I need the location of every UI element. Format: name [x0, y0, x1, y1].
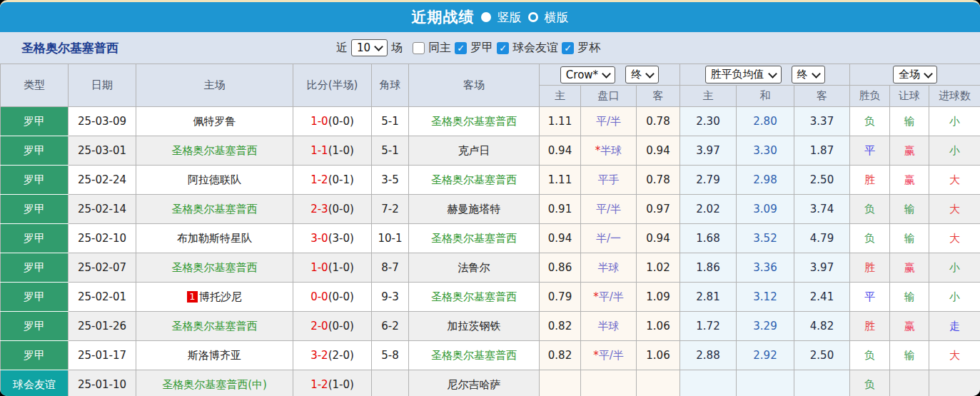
check-icon: ✓ [457, 43, 465, 54]
cell-handicap-odds-home: 0.82 [540, 341, 581, 370]
league-label-luobei: 罗杯 [577, 41, 600, 56]
results-table: 类型 日期 主场 比分(半场) 角球 客场 Crow* 终 胜平负均值 终 [0, 64, 980, 396]
fulltime-score: 2-0 [310, 320, 328, 332]
cell-home-team: 圣格奥尔基塞普西 [136, 312, 293, 341]
odds-stage-select-1[interactable]: 终 [625, 66, 659, 83]
match-type-badge: 罗甲 [1, 136, 69, 166]
cell-avg-win: 2.02 [680, 195, 737, 224]
cell-handicap-odds-home: 1.11 [540, 107, 581, 136]
cell-handicap-result [890, 370, 929, 396]
handicap-text: 平/半 [596, 115, 621, 128]
handicap-text: 平/半 [599, 290, 624, 303]
layout-horizontal-radio[interactable] [528, 12, 538, 22]
cell-away-team: 圣格奥尔基塞普西 [409, 166, 540, 195]
cell-avg-lose: 4.82 [794, 312, 850, 341]
match-type-badge: 罗甲 [1, 253, 69, 283]
cell-home-team: 1博托沙尼 [136, 283, 293, 312]
fullmatch-select[interactable]: 全场 [893, 66, 937, 83]
cell-away-team: 圣格奥尔基塞普西 [409, 224, 540, 253]
table-row: 罗甲 25-02-07 圣格奥尔基塞普西 1-0(1-0) 8-7 法鲁尔 0.… [1, 253, 980, 283]
layout-vertical-radio[interactable] [481, 12, 491, 22]
cell-score: 2-0(0-0) [293, 312, 372, 341]
header-corner: 角球 [372, 64, 409, 107]
league-checkbox-friendly[interactable]: ✓ [497, 42, 509, 54]
cell-handicap-odds-away [637, 370, 680, 396]
home-team-name: 圣格奥尔基塞普西 [172, 261, 258, 274]
cell-result: 胜 [850, 253, 890, 283]
cell-avg-draw: 2.92 [737, 341, 794, 370]
layout-vertical-label[interactable]: 竖版 [497, 9, 522, 26]
header-away: 客场 [409, 64, 540, 107]
cell-avg-lose: 1.87 [794, 136, 850, 166]
header-type: 类型 [1, 64, 69, 107]
cell-away-team: 克卢日 [409, 136, 540, 166]
chevron-down-icon [374, 42, 383, 51]
cell-avg-lose: 2.50 [794, 341, 850, 370]
league-checkbox-luojia[interactable]: ✓ [455, 42, 467, 54]
home-team-name: 阿拉德联队 [188, 173, 241, 186]
table-row: 罗甲 25-01-17 斯洛博齐亚 3-2(2-0) 5-8 圣格奥尔基塞普西 … [1, 341, 980, 370]
subheader-avg-draw: 和 [737, 86, 794, 107]
cell-handicap-result: 赢 [890, 312, 929, 341]
cell-handicap-line: *平/半 [581, 341, 637, 370]
home-team-name: 佩特罗鲁 [193, 115, 236, 128]
table-row: 球会友谊 25-01-10 圣格奥尔基塞普西(中) 1-2(1-0) 尼尔吉哈萨… [1, 370, 980, 396]
match-type-badge: 罗甲 [1, 341, 69, 370]
cell-goals-result: 小 [929, 253, 980, 283]
table-row: 罗甲 25-02-14 圣格奥尔基塞普西 2-3(0-0) 7-2 赫曼施塔特 … [1, 195, 980, 224]
cell-corners: 6-2 [372, 312, 409, 341]
cell-date: 25-01-10 [69, 370, 136, 396]
match-type-badge: 罗甲 [1, 224, 69, 253]
cell-handicap-result: 输 [890, 341, 929, 370]
halftime-score: (0-1) [328, 173, 354, 186]
cell-corners: 5-8 [372, 341, 409, 370]
cell-handicap-result: 输 [890, 107, 929, 136]
average-select[interactable]: 胜平负均值 [705, 66, 782, 83]
fulltime-score: 1-2 [310, 173, 328, 186]
cell-result: 平 [850, 283, 890, 312]
table-row: 罗甲 25-03-09 佩特罗鲁 1-0(0-0) 5-1 圣格奥尔基塞普西 1… [1, 107, 980, 136]
cell-avg-draw: 2.98 [737, 166, 794, 195]
cell-avg-draw: 3.29 [737, 312, 794, 341]
cell-corners: 9-3 [372, 283, 409, 312]
rank-badge: 1 [187, 291, 198, 303]
cell-date: 25-01-26 [69, 312, 136, 341]
cell-handicap-line: 平手 [581, 166, 637, 195]
cell-avg-draw: 2.80 [737, 107, 794, 136]
cell-avg-lose: 2.41 [794, 283, 850, 312]
layout-horizontal-label[interactable]: 横版 [545, 9, 569, 26]
handicap-text: 半/一 [596, 232, 621, 245]
match-type-badge: 罗甲 [1, 312, 69, 341]
halftime-score: (0-0) [328, 115, 354, 128]
home-team-name: 圣格奥尔基塞普西(中) [162, 378, 267, 391]
odds-stage-select-2[interactable]: 终 [792, 66, 825, 83]
cell-result: 负 [850, 341, 890, 370]
same-home-checkbox[interactable] [413, 42, 425, 54]
match-count-select[interactable]: 10 [351, 39, 388, 56]
halftime-score: (0-0) [328, 290, 354, 303]
cell-avg-lose: 3.97 [794, 253, 850, 283]
cell-handicap-result: 输 [890, 195, 929, 224]
cell-avg-win [680, 370, 737, 396]
chevron-down-icon [924, 69, 933, 78]
cell-away-team: 尼尔吉哈萨 [409, 370, 540, 396]
table-row: 罗甲 25-02-01 1博托沙尼 0-0(0-0) 9-3 圣格奥尔基塞普西 … [1, 283, 980, 312]
cell-avg-lose: 2.50 [794, 166, 850, 195]
cell-score: 1-1(1-0) [293, 136, 372, 166]
header-bookmaker-group: Crow* 终 [540, 64, 680, 86]
header-average-group: 胜平负均值 终 [680, 64, 850, 86]
halftime-score: (1-0) [328, 261, 354, 274]
table-row: 罗甲 25-02-24 阿拉德联队 1-2(0-1) 3-5 圣格奥尔基塞普西 … [1, 166, 980, 195]
cell-avg-draw: 3.30 [737, 136, 794, 166]
cell-corners: 5-1 [372, 107, 409, 136]
bookmaker-select[interactable]: Crow* [560, 66, 615, 83]
home-team-name: 圣格奥尔基塞普西 [172, 203, 258, 215]
cell-date: 25-02-14 [69, 195, 136, 224]
cell-result: 平 [850, 136, 890, 166]
league-checkbox-luobei[interactable]: ✓ [562, 42, 574, 54]
cell-result: 胜 [850, 166, 890, 195]
cell-avg-draw: 3.36 [737, 253, 794, 283]
cell-home-team: 圣格奥尔基塞普西 [136, 136, 293, 166]
fulltime-score: 1-0 [310, 115, 328, 128]
cell-handicap-odds-away: 1.09 [637, 283, 680, 312]
